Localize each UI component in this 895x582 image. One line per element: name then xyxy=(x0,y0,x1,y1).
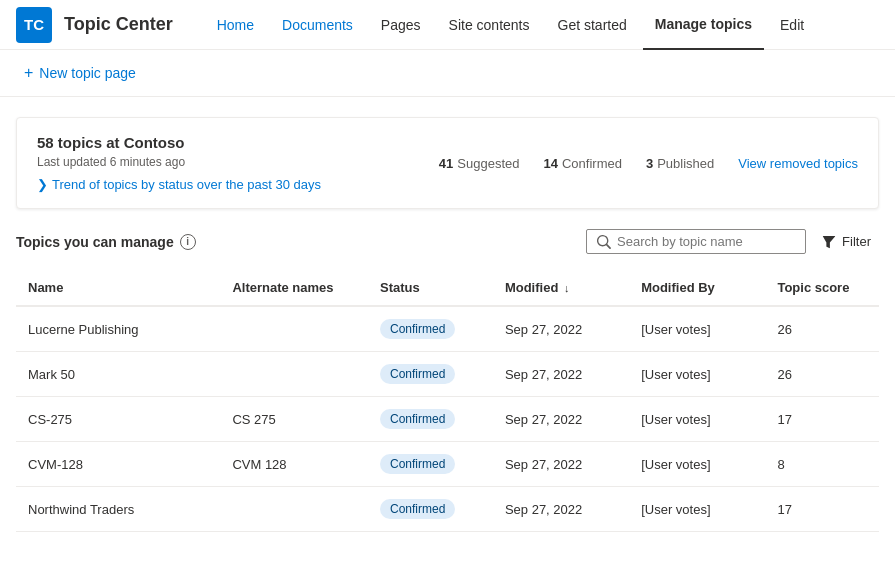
nav-home[interactable]: Home xyxy=(205,0,266,50)
nav-get-started[interactable]: Get started xyxy=(546,0,639,50)
table-row[interactable]: Northwind Traders Confirmed Sep 27, 2022… xyxy=(16,487,879,532)
cell-alt-names xyxy=(220,352,368,397)
search-box[interactable] xyxy=(586,229,806,254)
toolbar: + New topic page xyxy=(0,50,895,97)
stat-suggested: 41 Suggested xyxy=(439,156,520,171)
site-logo: TC xyxy=(16,7,52,43)
summary-card: 58 topics at Contoso Last updated 6 minu… xyxy=(16,117,879,209)
search-filter-row: Filter xyxy=(586,229,879,254)
cell-topic-score: 17 xyxy=(765,397,879,442)
nav-manage-topics[interactable]: Manage topics xyxy=(643,0,764,50)
summary-stats: 41 Suggested 14 Confirmed 3 Published Vi… xyxy=(439,156,858,171)
topics-section: Topics you can manage i Filter Name xyxy=(0,229,895,532)
status-badge: Confirmed xyxy=(380,454,455,474)
summary-left: 58 topics at Contoso Last updated 6 minu… xyxy=(37,134,439,192)
col-header-name: Name xyxy=(16,270,220,306)
plus-icon: + xyxy=(24,64,33,82)
col-header-topic-score: Topic score xyxy=(765,270,879,306)
cell-modified-by: [User votes] xyxy=(629,442,765,487)
cell-topic-score: 17 xyxy=(765,487,879,532)
topics-label: Topics you can manage i xyxy=(16,234,196,250)
cell-name: Mark 50 xyxy=(16,352,220,397)
cell-status: Confirmed xyxy=(368,442,493,487)
new-topic-label: New topic page xyxy=(39,65,136,81)
cell-modified-by: [User votes] xyxy=(629,352,765,397)
cell-modified: Sep 27, 2022 xyxy=(493,352,629,397)
search-input[interactable] xyxy=(617,234,795,249)
cell-status: Confirmed xyxy=(368,352,493,397)
col-header-alt-names: Alternate names xyxy=(220,270,368,306)
status-badge: Confirmed xyxy=(380,499,455,519)
filter-button[interactable]: Filter xyxy=(814,230,879,253)
filter-icon xyxy=(822,235,836,249)
chevron-right-icon: ❯ xyxy=(37,177,48,192)
cell-modified-by: [User votes] xyxy=(629,397,765,442)
cell-modified: Sep 27, 2022 xyxy=(493,442,629,487)
cell-status: Confirmed xyxy=(368,487,493,532)
main-nav: Home Documents Pages Site contents Get s… xyxy=(205,0,879,50)
cell-topic-score: 26 xyxy=(765,352,879,397)
sort-arrow-modified: ↓ xyxy=(564,282,570,294)
trend-link[interactable]: ❯ Trend of topics by status over the pas… xyxy=(37,177,439,192)
info-icon[interactable]: i xyxy=(180,234,196,250)
cell-status: Confirmed xyxy=(368,306,493,352)
topic-count: 58 topics at Contoso xyxy=(37,134,439,151)
stat-confirmed: 14 Confirmed xyxy=(544,156,622,171)
cell-topic-score: 26 xyxy=(765,306,879,352)
nav-edit[interactable]: Edit xyxy=(768,0,816,50)
table-row[interactable]: CS-275 CS 275 Confirmed Sep 27, 2022 [Us… xyxy=(16,397,879,442)
cell-modified: Sep 27, 2022 xyxy=(493,306,629,352)
topics-header: Topics you can manage i Filter xyxy=(16,229,879,254)
topics-table: Name Alternate names Status Modified ↓ M… xyxy=(16,270,879,532)
nav-pages[interactable]: Pages xyxy=(369,0,433,50)
table-row[interactable]: Lucerne Publishing Confirmed Sep 27, 202… xyxy=(16,306,879,352)
cell-alt-names: CVM 128 xyxy=(220,442,368,487)
cell-modified-by: [User votes] xyxy=(629,306,765,352)
col-header-modified-by: Modified By xyxy=(629,270,765,306)
cell-name: Northwind Traders xyxy=(16,487,220,532)
cell-alt-names xyxy=(220,487,368,532)
table-header-row: Name Alternate names Status Modified ↓ M… xyxy=(16,270,879,306)
cell-modified-by: [User votes] xyxy=(629,487,765,532)
col-header-status: Status xyxy=(368,270,493,306)
nav-site-contents[interactable]: Site contents xyxy=(437,0,542,50)
cell-topic-score: 8 xyxy=(765,442,879,487)
cell-modified: Sep 27, 2022 xyxy=(493,487,629,532)
status-badge: Confirmed xyxy=(380,319,455,339)
cell-status: Confirmed xyxy=(368,397,493,442)
cell-modified: Sep 27, 2022 xyxy=(493,397,629,442)
cell-alt-names: CS 275 xyxy=(220,397,368,442)
status-badge: Confirmed xyxy=(380,364,455,384)
status-badge: Confirmed xyxy=(380,409,455,429)
cell-name: CS-275 xyxy=(16,397,220,442)
col-header-modified[interactable]: Modified ↓ xyxy=(493,270,629,306)
header: TC Topic Center Home Documents Pages Sit… xyxy=(0,0,895,50)
table-row[interactable]: Mark 50 Confirmed Sep 27, 2022 [User vot… xyxy=(16,352,879,397)
view-removed-link[interactable]: View removed topics xyxy=(738,156,858,171)
stat-published: 3 Published xyxy=(646,156,714,171)
cell-name: CVM-128 xyxy=(16,442,220,487)
last-updated: Last updated 6 minutes ago xyxy=(37,155,439,169)
nav-documents[interactable]: Documents xyxy=(270,0,365,50)
cell-name: Lucerne Publishing xyxy=(16,306,220,352)
cell-alt-names xyxy=(220,306,368,352)
site-title: Topic Center xyxy=(64,14,173,35)
search-icon xyxy=(597,235,611,249)
table-row[interactable]: CVM-128 CVM 128 Confirmed Sep 27, 2022 [… xyxy=(16,442,879,487)
new-topic-button[interactable]: + New topic page xyxy=(16,60,144,86)
